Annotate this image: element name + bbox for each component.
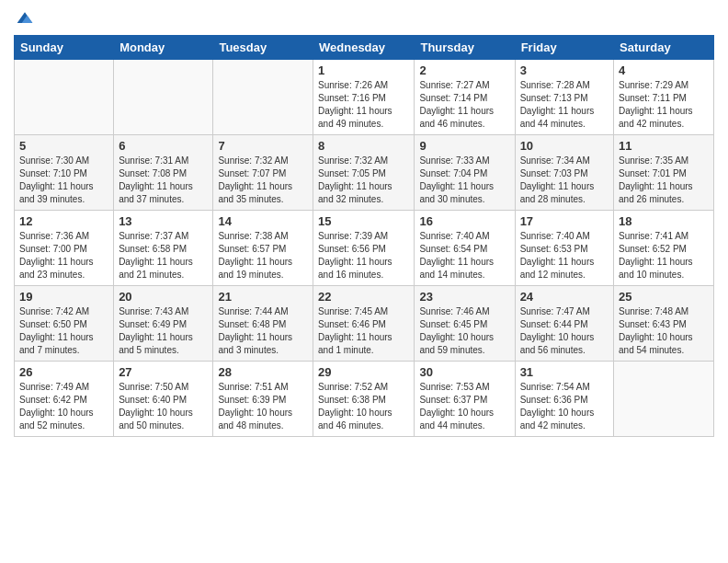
day-cell bbox=[15, 60, 114, 135]
day-cell: 29Sunrise: 7:52 AM Sunset: 6:38 PM Dayli… bbox=[313, 362, 415, 437]
day-header-monday: Monday bbox=[114, 36, 213, 60]
day-info: Sunrise: 7:51 AM Sunset: 6:39 PM Dayligh… bbox=[218, 381, 308, 432]
day-cell: 19Sunrise: 7:42 AM Sunset: 6:50 PM Dayli… bbox=[15, 286, 114, 362]
day-info: Sunrise: 7:40 AM Sunset: 6:53 PM Dayligh… bbox=[520, 230, 609, 282]
day-number: 16 bbox=[419, 214, 509, 228]
day-info: Sunrise: 7:35 AM Sunset: 7:01 PM Dayligh… bbox=[619, 155, 709, 206]
day-number: 12 bbox=[19, 214, 108, 228]
week-row-3: 12Sunrise: 7:36 AM Sunset: 7:00 PM Dayli… bbox=[15, 211, 714, 286]
day-cell: 30Sunrise: 7:53 AM Sunset: 6:37 PM Dayli… bbox=[415, 362, 515, 437]
day-info: Sunrise: 7:47 AM Sunset: 6:44 PM Dayligh… bbox=[520, 305, 609, 357]
calendar-header-row: SundayMondayTuesdayWednesdayThursdayFrid… bbox=[15, 36, 714, 60]
day-number: 8 bbox=[318, 139, 409, 153]
day-info: Sunrise: 7:32 AM Sunset: 7:05 PM Dayligh… bbox=[318, 155, 409, 206]
day-info: Sunrise: 7:54 AM Sunset: 6:36 PM Dayligh… bbox=[520, 381, 609, 432]
day-info: Sunrise: 7:27 AM Sunset: 7:14 PM Dayligh… bbox=[419, 79, 509, 131]
day-cell: 16Sunrise: 7:40 AM Sunset: 6:54 PM Dayli… bbox=[415, 211, 515, 286]
day-info: Sunrise: 7:36 AM Sunset: 7:00 PM Dayligh… bbox=[19, 230, 108, 282]
day-info: Sunrise: 7:28 AM Sunset: 7:13 PM Dayligh… bbox=[520, 79, 609, 131]
day-number: 1 bbox=[318, 63, 409, 77]
day-cell: 4Sunrise: 7:29 AM Sunset: 7:11 PM Daylig… bbox=[614, 60, 714, 135]
day-cell: 20Sunrise: 7:43 AM Sunset: 6:49 PM Dayli… bbox=[114, 286, 213, 362]
day-number: 29 bbox=[318, 365, 409, 379]
day-number: 31 bbox=[520, 365, 609, 379]
day-cell: 31Sunrise: 7:54 AM Sunset: 6:36 PM Dayli… bbox=[515, 362, 613, 437]
day-cell: 5Sunrise: 7:30 AM Sunset: 7:10 PM Daylig… bbox=[15, 135, 114, 211]
header bbox=[14, 9, 714, 28]
day-cell: 24Sunrise: 7:47 AM Sunset: 6:44 PM Dayli… bbox=[515, 286, 613, 362]
page: SundayMondayTuesdayWednesdayThursdayFrid… bbox=[0, 0, 728, 563]
day-cell: 6Sunrise: 7:31 AM Sunset: 7:08 PM Daylig… bbox=[114, 135, 213, 211]
day-info: Sunrise: 7:44 AM Sunset: 6:48 PM Dayligh… bbox=[218, 305, 308, 357]
day-cell: 3Sunrise: 7:28 AM Sunset: 7:13 PM Daylig… bbox=[515, 60, 613, 135]
day-header-thursday: Thursday bbox=[415, 36, 515, 60]
day-number: 13 bbox=[119, 214, 208, 228]
day-info: Sunrise: 7:39 AM Sunset: 6:56 PM Dayligh… bbox=[318, 230, 409, 282]
day-cell bbox=[114, 60, 213, 135]
day-info: Sunrise: 7:52 AM Sunset: 6:38 PM Dayligh… bbox=[318, 381, 409, 432]
day-cell: 9Sunrise: 7:33 AM Sunset: 7:04 PM Daylig… bbox=[415, 135, 515, 211]
day-info: Sunrise: 7:31 AM Sunset: 7:08 PM Dayligh… bbox=[119, 155, 208, 206]
day-number: 19 bbox=[19, 290, 108, 304]
day-cell: 12Sunrise: 7:36 AM Sunset: 7:00 PM Dayli… bbox=[15, 211, 114, 286]
day-cell: 17Sunrise: 7:40 AM Sunset: 6:53 PM Dayli… bbox=[515, 211, 613, 286]
day-cell: 23Sunrise: 7:46 AM Sunset: 6:45 PM Dayli… bbox=[415, 286, 515, 362]
day-number: 4 bbox=[619, 63, 709, 77]
day-cell: 10Sunrise: 7:34 AM Sunset: 7:03 PM Dayli… bbox=[515, 135, 613, 211]
day-number: 27 bbox=[119, 365, 208, 379]
day-cell: 18Sunrise: 7:41 AM Sunset: 6:52 PM Dayli… bbox=[614, 211, 714, 286]
day-info: Sunrise: 7:43 AM Sunset: 6:49 PM Dayligh… bbox=[119, 305, 208, 357]
day-number: 30 bbox=[419, 365, 509, 379]
day-info: Sunrise: 7:37 AM Sunset: 6:58 PM Dayligh… bbox=[119, 230, 208, 282]
week-row-5: 26Sunrise: 7:49 AM Sunset: 6:42 PM Dayli… bbox=[15, 362, 714, 437]
day-header-friday: Friday bbox=[515, 36, 613, 60]
day-info: Sunrise: 7:40 AM Sunset: 6:54 PM Dayligh… bbox=[419, 230, 509, 282]
calendar: SundayMondayTuesdayWednesdayThursdayFrid… bbox=[14, 35, 714, 437]
day-info: Sunrise: 7:48 AM Sunset: 6:43 PM Dayligh… bbox=[619, 305, 709, 357]
day-info: Sunrise: 7:42 AM Sunset: 6:50 PM Dayligh… bbox=[19, 305, 108, 357]
day-cell: 25Sunrise: 7:48 AM Sunset: 6:43 PM Dayli… bbox=[614, 286, 714, 362]
day-header-sunday: Sunday bbox=[15, 36, 114, 60]
day-cell: 22Sunrise: 7:45 AM Sunset: 6:46 PM Dayli… bbox=[313, 286, 415, 362]
week-row-2: 5Sunrise: 7:30 AM Sunset: 7:10 PM Daylig… bbox=[15, 135, 714, 211]
day-number: 9 bbox=[419, 139, 509, 153]
day-number: 28 bbox=[218, 365, 308, 379]
week-row-1: 1Sunrise: 7:26 AM Sunset: 7:16 PM Daylig… bbox=[15, 60, 714, 135]
day-number: 14 bbox=[218, 214, 308, 228]
day-cell: 14Sunrise: 7:38 AM Sunset: 6:57 PM Dayli… bbox=[213, 211, 313, 286]
day-cell: 11Sunrise: 7:35 AM Sunset: 7:01 PM Dayli… bbox=[614, 135, 714, 211]
day-cell bbox=[614, 362, 714, 437]
day-info: Sunrise: 7:50 AM Sunset: 6:40 PM Dayligh… bbox=[119, 381, 208, 432]
day-cell: 7Sunrise: 7:32 AM Sunset: 7:07 PM Daylig… bbox=[213, 135, 313, 211]
day-number: 2 bbox=[419, 63, 509, 77]
day-number: 20 bbox=[119, 290, 208, 304]
week-row-4: 19Sunrise: 7:42 AM Sunset: 6:50 PM Dayli… bbox=[15, 286, 714, 362]
logo-icon bbox=[16, 9, 34, 28]
day-info: Sunrise: 7:53 AM Sunset: 6:37 PM Dayligh… bbox=[419, 381, 509, 432]
day-info: Sunrise: 7:34 AM Sunset: 7:03 PM Dayligh… bbox=[520, 155, 609, 206]
day-cell: 27Sunrise: 7:50 AM Sunset: 6:40 PM Dayli… bbox=[114, 362, 213, 437]
day-number: 24 bbox=[520, 290, 609, 304]
day-number: 23 bbox=[419, 290, 509, 304]
day-number: 15 bbox=[318, 214, 409, 228]
day-info: Sunrise: 7:29 AM Sunset: 7:11 PM Dayligh… bbox=[619, 79, 709, 131]
day-number: 11 bbox=[619, 139, 709, 153]
day-info: Sunrise: 7:41 AM Sunset: 6:52 PM Dayligh… bbox=[619, 230, 709, 282]
day-info: Sunrise: 7:30 AM Sunset: 7:10 PM Dayligh… bbox=[19, 155, 108, 206]
day-info: Sunrise: 7:46 AM Sunset: 6:45 PM Dayligh… bbox=[419, 305, 509, 357]
day-number: 17 bbox=[520, 214, 609, 228]
day-info: Sunrise: 7:26 AM Sunset: 7:16 PM Dayligh… bbox=[318, 79, 409, 131]
day-number: 7 bbox=[218, 139, 308, 153]
day-number: 5 bbox=[19, 139, 108, 153]
day-number: 6 bbox=[119, 139, 208, 153]
day-number: 22 bbox=[318, 290, 409, 304]
day-header-saturday: Saturday bbox=[614, 36, 714, 60]
day-cell: 21Sunrise: 7:44 AM Sunset: 6:48 PM Dayli… bbox=[213, 286, 313, 362]
day-number: 3 bbox=[520, 63, 609, 77]
day-cell bbox=[213, 60, 313, 135]
day-cell: 26Sunrise: 7:49 AM Sunset: 6:42 PM Dayli… bbox=[15, 362, 114, 437]
logo-text bbox=[14, 9, 34, 28]
day-cell: 8Sunrise: 7:32 AM Sunset: 7:05 PM Daylig… bbox=[313, 135, 415, 211]
day-number: 26 bbox=[19, 365, 108, 379]
day-number: 10 bbox=[520, 139, 609, 153]
